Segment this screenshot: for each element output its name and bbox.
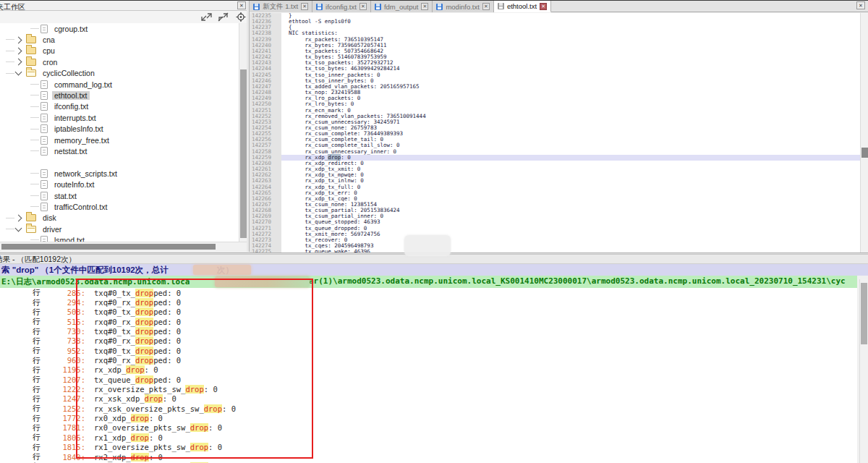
tree-item-iptablesinfo-txt[interactable]: iptablesInfo.txt bbox=[0, 124, 247, 135]
search-result-row[interactable]: 行1247:rx_xsk_xdp_drop: 0 bbox=[0, 394, 857, 404]
search-result-row[interactable]: 行508:txq#0_tx_dropped: 0 bbox=[0, 307, 857, 317]
file-icon bbox=[41, 169, 48, 178]
tree-item-command-log-txt[interactable]: command_log.txt bbox=[0, 79, 247, 90]
chevron-right-icon[interactable] bbox=[15, 36, 22, 43]
tree-gap bbox=[0, 157, 247, 168]
line-text: rx_xdp_tx_xmit: 0 bbox=[281, 166, 860, 172]
tab-fdm-output[interactable]: fdm_output✕ bbox=[371, 1, 433, 12]
tab-ifconfig-txt[interactable]: ifconfig.txt✕ bbox=[312, 1, 371, 12]
tree-item-label: memory_free.txt bbox=[52, 136, 111, 145]
workspace-close-button[interactable]: ✕ bbox=[237, 1, 246, 9]
locate-file-icon[interactable] bbox=[236, 12, 246, 22]
search-result-row[interactable]: 行730:txq#0_tx_dropped: 0 bbox=[0, 326, 857, 336]
tree-connector-line bbox=[6, 51, 14, 51]
tree-item-cna[interactable]: cna bbox=[0, 34, 247, 45]
tree-item-label: command_log.txt bbox=[52, 80, 114, 89]
tree-item-cpu[interactable]: cpu bbox=[0, 46, 247, 56]
row-match-text: rx_oversize_pkts_sw_drop: 0 bbox=[94, 385, 218, 394]
search-file-path-line[interactable]: E:\日志\armod0523.odata.ncmp.unicom.loca a… bbox=[0, 276, 857, 288]
tree-item-memory-free-txt[interactable]: memory_free.txt bbox=[0, 135, 247, 145]
row-match-text: rx2_xdp_drop: 0 bbox=[94, 453, 163, 462]
row-line-number: 294: bbox=[41, 298, 85, 307]
tab-close-icon[interactable]: ✕ bbox=[482, 3, 490, 10]
file-icon bbox=[41, 80, 48, 89]
match-highlight: drop bbox=[131, 453, 149, 462]
row-match-text: rx_xsk_xdp_drop: 0 bbox=[94, 394, 176, 403]
tree-item-cron[interactable]: cron bbox=[0, 56, 247, 67]
search-result-row[interactable]: 行1252:rx_xsk_oversize_pkts_sw_drop: 0 bbox=[0, 404, 857, 413]
tree-connector-line bbox=[6, 61, 14, 62]
tab-close-icon[interactable]: ✕ bbox=[301, 3, 308, 10]
file-icon bbox=[41, 180, 48, 189]
chevron-right-icon[interactable] bbox=[15, 214, 22, 221]
line-text: rx_lro_packets: 0 bbox=[281, 95, 860, 101]
match-highlight: drop bbox=[185, 385, 203, 394]
search-result-row[interactable]: 行1806:rx1_xdp_drop: 0 bbox=[0, 433, 857, 442]
tree-item-netstat-txt[interactable]: netstat.txt bbox=[0, 145, 247, 156]
tree-horizontal-scrollbar[interactable] bbox=[0, 242, 247, 250]
search-result-row[interactable]: 行1207:tx_queue_dropped: 0 bbox=[0, 375, 857, 384]
tree-item-trafficcontrol-txt[interactable]: trafficControl.txt bbox=[0, 201, 247, 212]
workspace-file-tree: cgroup.txtcnacpucroncyclicCollectioncomm… bbox=[0, 23, 247, 242]
expand-all-icon[interactable] bbox=[200, 12, 213, 22]
save-icon bbox=[498, 3, 504, 9]
tree-item-label: cgroup.txt bbox=[52, 25, 90, 33]
tree-item-driver[interactable]: driver bbox=[0, 224, 247, 234]
tree-item-routeinfo-txt[interactable]: routeInfo.txt bbox=[0, 179, 247, 190]
chevron-right-icon[interactable] bbox=[15, 48, 22, 55]
row-match-text: rx_xsk_oversize_pkts_sw_drop: 0 bbox=[94, 404, 236, 413]
editor-scrollbar-thumb[interactable] bbox=[861, 148, 868, 158]
editor-view[interactable]: 142235}142236ethtool -S enp1s0f0142237{1… bbox=[250, 13, 860, 252]
save-icon bbox=[375, 4, 381, 10]
save-icon bbox=[316, 4, 323, 10]
search-result-row[interactable]: 行1222:rx_oversize_pkts_sw_drop: 0 bbox=[0, 384, 857, 394]
search-result-row[interactable]: 行1840:rx2_xdp_drop: 0 bbox=[0, 452, 857, 462]
chevron-down-icon[interactable] bbox=[15, 224, 22, 232]
tree-item-disk[interactable]: disk bbox=[0, 213, 247, 224]
tree-item-ifconfig-txt[interactable]: ifconfig.txt bbox=[0, 101, 247, 112]
search-result-row[interactable]: 行1781:rx0_oversize_pkts_sw_drop: 0 bbox=[0, 423, 857, 433]
search-result-row[interactable]: 行960:rxq#0_rx_dropped: 0 bbox=[0, 355, 857, 365]
match-highlight: drop bbox=[135, 375, 153, 384]
tree-item-network-scripts-txt[interactable]: network_scripts.txt bbox=[0, 168, 247, 179]
chevron-down-icon[interactable] bbox=[15, 69, 22, 76]
tree-vertical-scrollbar[interactable] bbox=[239, 23, 247, 242]
search-result-row[interactable]: 行738:rxq#0_rx_dropped: 0 bbox=[0, 336, 857, 346]
tree-hscrollbar-thumb[interactable] bbox=[1, 244, 216, 250]
editor-vertical-scrollbar[interactable] bbox=[860, 13, 868, 252]
chevron-right-icon[interactable] bbox=[15, 59, 22, 66]
search-result-row[interactable]: 行516:rxq#0_rx_dropped: 0 bbox=[0, 317, 857, 326]
row-line-number: 1195: bbox=[41, 365, 85, 374]
tab-close-icon[interactable]: ✕ bbox=[540, 3, 547, 10]
find-result-header: 结果 - （匹配10192次） bbox=[0, 255, 868, 264]
tab-ethtool-txt[interactable]: ethtool.txt✕ bbox=[494, 1, 551, 12]
tree-item-label: iptablesInfo.txt bbox=[52, 124, 106, 133]
tab-modinfo-txt[interactable]: modinfo.txt✕ bbox=[433, 1, 493, 12]
tab-close-icon[interactable]: ✕ bbox=[421, 3, 428, 10]
search-result-row[interactable]: 行1195:rx_xdp_drop: 0 bbox=[0, 365, 857, 375]
find-result-title: 结果 - （匹配10192次） bbox=[0, 255, 76, 264]
tree-connector-line bbox=[6, 39, 14, 40]
tab-close-icon[interactable]: ✕ bbox=[359, 3, 367, 10]
tree-connector-line bbox=[30, 117, 39, 118]
tree-item-cycliccollection[interactable]: cyclicCollection bbox=[0, 68, 247, 79]
search-result-row[interactable]: 行294:rxq#0_rx_dropped: 0 bbox=[0, 297, 857, 307]
folder-open-icon bbox=[26, 226, 36, 233]
tree-item-ethtool-txt[interactable]: ethtool.txt bbox=[0, 90, 247, 101]
search-result-row[interactable]: 行952:txq#0_tx_dropped: 0 bbox=[0, 346, 857, 355]
tree-item-cgroup-txt[interactable]: cgroup.txt bbox=[0, 23, 247, 34]
match-highlight: drop bbox=[204, 404, 222, 413]
results-vertical-scrollbar[interactable] bbox=[859, 279, 868, 463]
search-result-row[interactable]: 行1815:rx1_oversize_pkts_sw_drop: 0 bbox=[0, 443, 857, 452]
search-summary-line[interactable]: 索 "drop" （1个文件中匹配到10192次，总计 次） bbox=[0, 264, 868, 276]
collapse-all-icon[interactable] bbox=[217, 12, 229, 22]
search-result-row[interactable]: 行286:txq#0_tx_dropped: 0 bbox=[0, 288, 857, 297]
search-result-row[interactable]: 行1772:rx0_xdp_drop: 0 bbox=[0, 413, 857, 422]
tree-item-interrupts-txt[interactable]: interrupts.txt bbox=[0, 112, 247, 123]
tree-item-stat-txt[interactable]: stat.txt bbox=[0, 190, 247, 201]
tree-scrollbar-thumb[interactable] bbox=[240, 69, 247, 238]
results-scrollbar-thumb[interactable] bbox=[861, 283, 867, 344]
find-result-close-button[interactable]: ✕ bbox=[856, 1, 865, 9]
tab--1-txt[interactable]: 新文件 1.txt✕ bbox=[250, 1, 312, 12]
row-line-number: 1207: bbox=[41, 375, 85, 384]
